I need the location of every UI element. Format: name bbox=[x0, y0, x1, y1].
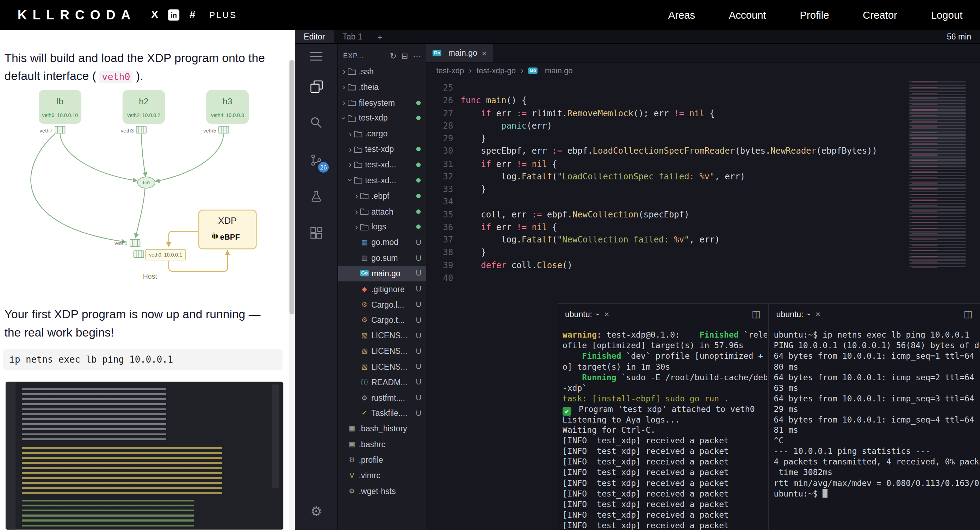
explorer-item-LICENS...[interactable]: ▧LICENS...U bbox=[338, 343, 426, 359]
command-block[interactable]: ip netns exec lb ping 10.0.0.1 bbox=[3, 349, 283, 370]
vim-file-icon: V bbox=[347, 471, 356, 479]
add-tab-button[interactable]: + bbox=[371, 32, 389, 41]
line-number: 30 bbox=[426, 145, 461, 157]
line-number: 28 bbox=[426, 119, 461, 132]
search-icon[interactable] bbox=[295, 111, 337, 134]
explorer-item-.theia[interactable]: ›.theia bbox=[338, 79, 426, 95]
folder-icon bbox=[360, 223, 369, 231]
social-links: X in # bbox=[151, 9, 196, 21]
explorer-item-.vimrc[interactable]: V.vimrc bbox=[338, 468, 426, 483]
breadcrumb-item[interactable]: test-xdp-go bbox=[477, 66, 516, 75]
nav-creator[interactable]: Creator bbox=[863, 9, 897, 21]
explorer-files-icon[interactable] bbox=[295, 75, 337, 98]
editor-tab-main-go[interactable]: Go main.go × bbox=[426, 44, 493, 62]
terminal-tab-label[interactable]: ubuntu: ~ bbox=[776, 309, 811, 318]
explorer-item-test-xdp[interactable]: ›test-xdp bbox=[338, 110, 426, 126]
git-status-badge: U bbox=[416, 347, 421, 356]
terminal-line: 4 packets transmitted, 4 received, 0% pa… bbox=[774, 457, 979, 468]
settings-gear-icon[interactable]: ⚙ bbox=[295, 500, 337, 523]
code-line-36: 36 if err != nil { bbox=[426, 221, 980, 233]
explorer-item-.profile[interactable]: ⚙.profile bbox=[338, 452, 426, 468]
test-beaker-icon[interactable] bbox=[295, 186, 337, 208]
intro-paragraph: This will build and load the XDP program… bbox=[4, 49, 277, 86]
terminal-line: [INFO test_xdp] received a packet bbox=[563, 457, 767, 468]
explorer-item-Taskfile....[interactable]: ✓Taskfile....U bbox=[338, 406, 426, 421]
minimap[interactable] bbox=[910, 81, 966, 269]
explorer-header: EXP... ↻ ⊟ ⋯ bbox=[338, 48, 426, 64]
explorer-item-.cargo[interactable]: ›.cargo bbox=[338, 126, 426, 141]
split-terminal-icon[interactable]: ◫ bbox=[964, 308, 973, 320]
terminal-line: [INFO test_xdp] received a packet bbox=[563, 510, 767, 521]
terminal-left[interactable]: ubuntu: ~ × ◫ warning: test-xdp@0.1.0: F… bbox=[558, 304, 769, 530]
explorer-item-READM...[interactable]: ⓘREADM...U bbox=[338, 375, 426, 390]
terminal-left-body[interactable]: warning: test-xdp@0.1.0: Finished `relea… bbox=[563, 330, 767, 530]
explorer-item-.ebpf[interactable]: ›.ebpf bbox=[338, 188, 426, 204]
explorer-item-go.mod[interactable]: ▦go.modU bbox=[338, 235, 426, 250]
svg-text:veth4: 10.0.0.3: veth4: 10.0.0.3 bbox=[211, 112, 244, 118]
more-actions-icon[interactable]: ⋯ bbox=[413, 51, 421, 60]
terminal-line: task: [install-ebpf] sudo go run . bbox=[563, 394, 767, 404]
editor-tabbar: Go main.go × bbox=[426, 44, 980, 62]
explorer-item-test-xd...[interactable]: ›test-xd... bbox=[338, 173, 426, 188]
nav-logout[interactable]: Logout bbox=[931, 9, 963, 21]
breadcrumb-item[interactable]: main.go bbox=[545, 66, 573, 75]
explorer-item-Cargo.t...[interactable]: ⚙Cargo.t...U bbox=[338, 312, 426, 328]
breadcrumb-item[interactable]: test-xdp bbox=[436, 66, 464, 75]
collapse-all-icon[interactable]: ⊟ bbox=[401, 51, 408, 60]
explorer-item-attach[interactable]: ›attach bbox=[338, 204, 426, 219]
terminal-line: ^C bbox=[774, 436, 979, 446]
close-terminal-icon[interactable]: × bbox=[604, 309, 609, 318]
explorer-item-.bashrc[interactable]: ▣.bashrc bbox=[338, 437, 426, 452]
file-name: test-xdp bbox=[365, 145, 394, 154]
explorer-item-test-xd...[interactable]: ›test-xd... bbox=[338, 157, 426, 172]
close-tab-icon[interactable]: × bbox=[482, 48, 487, 58]
chevron-icon: › bbox=[339, 115, 349, 122]
nav-areas[interactable]: Areas bbox=[668, 9, 695, 21]
extensions-icon[interactable] bbox=[295, 222, 337, 245]
split-terminal-icon[interactable]: ◫ bbox=[752, 308, 760, 320]
terminal-line: 81 ms bbox=[774, 425, 979, 436]
terminal-right[interactable]: ubuntu: ~ × ◫ ubuntu:~$ ip netns exec lb… bbox=[768, 304, 980, 530]
source-control-icon[interactable]: 26 bbox=[295, 149, 337, 171]
explorer-item-rustfmt....[interactable]: ⚙rustfmt....U bbox=[338, 390, 426, 406]
close-terminal-icon[interactable]: × bbox=[816, 309, 821, 318]
explorer-item-Cargo.l...[interactable]: ⚙Cargo.l...U bbox=[338, 297, 426, 312]
explorer-item-.bash_history[interactable]: ▣.bash_history bbox=[338, 421, 426, 437]
explorer-item-filesystem[interactable]: ›filesystem bbox=[338, 95, 426, 110]
nav-profile[interactable]: Profile bbox=[800, 9, 829, 21]
scrollbar-thumb[interactable] bbox=[289, 60, 294, 314]
explorer-item-.gitignore[interactable]: ◆.gitignoreU bbox=[338, 281, 426, 297]
explorer-item-.ssh[interactable]: ›.ssh bbox=[338, 64, 426, 79]
workspace-tab-editor[interactable]: Editor bbox=[295, 30, 334, 43]
file-name: .wget-hsts bbox=[359, 486, 396, 496]
explorer-item-go.sum[interactable]: ▤go.sumU bbox=[338, 250, 426, 266]
git-status-badge: U bbox=[416, 331, 421, 340]
explorer-item-main.go[interactable]: Gomain.goU bbox=[338, 266, 426, 281]
gear-file-icon: ⚙ bbox=[347, 487, 356, 495]
refresh-icon[interactable]: ↻ bbox=[390, 51, 397, 60]
linkedin-icon[interactable]: in bbox=[169, 10, 180, 21]
menu-icon[interactable] bbox=[295, 45, 337, 68]
veth0-box: veth0: 10.0.0.1 bbox=[145, 250, 186, 260]
workspace-tab-tab-1[interactable]: Tab 1 bbox=[334, 30, 371, 43]
code-editor[interactable]: 2526func main() {27 if err := rlimit.Rem… bbox=[426, 81, 980, 290]
explorer-item-test-xdp[interactable]: ›test-xdp bbox=[338, 141, 426, 157]
nav-account[interactable]: Account bbox=[729, 9, 766, 21]
explorer-item-logs[interactable]: ›logs bbox=[338, 219, 426, 235]
plus-link[interactable]: PLUS bbox=[209, 10, 237, 20]
terminal-tab-label[interactable]: ubuntu: ~ bbox=[565, 309, 599, 318]
intro-text-post: ). bbox=[133, 69, 143, 83]
explorer-item-.wget-hsts[interactable]: ⚙.wget-hsts bbox=[338, 483, 426, 499]
explorer-item-LICENS...[interactable]: ▧LICENS...U bbox=[338, 359, 426, 374]
terminal-right-body[interactable]: ubuntu:~$ ip netns exec lb ping 10.0.0.1… bbox=[774, 330, 979, 530]
screenshot-textlines-gray bbox=[22, 388, 166, 443]
chevron-icon: › bbox=[347, 144, 354, 154]
chevron-icon: › bbox=[347, 129, 354, 138]
x-twitter-icon[interactable]: X bbox=[151, 9, 158, 21]
slack-icon[interactable]: # bbox=[189, 9, 196, 21]
terminal-cursor bbox=[822, 489, 827, 498]
explorer-item-LICENS...[interactable]: ▧LICENS...U bbox=[338, 328, 426, 343]
code-line-40: 40 bbox=[426, 271, 980, 284]
tutorial-scrollbar[interactable] bbox=[289, 60, 295, 530]
explorer-sidebar: EXP... ↻ ⊟ ⋯ ›.ssh›.theia›filesystem›tes… bbox=[337, 44, 426, 530]
